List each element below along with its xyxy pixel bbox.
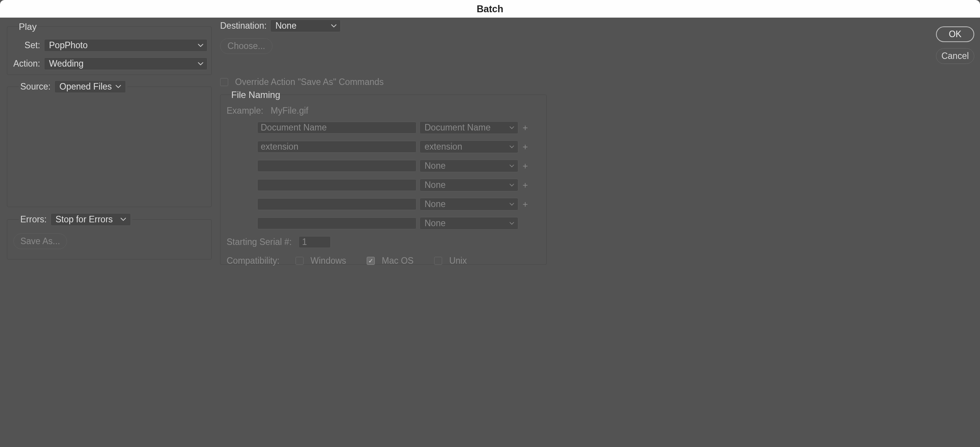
naming-select-3: None [420, 160, 518, 172]
example-value: MyFile.gif [271, 106, 308, 116]
naming-select-1: Document Name [420, 121, 518, 134]
compat-label: Compatibility: [227, 256, 279, 266]
choose-button: Choose... [220, 38, 273, 54]
play-fieldset: Play Set: PopPhoto Action: Wedding [7, 26, 212, 75]
compat-mac-checkbox [367, 257, 375, 265]
example-label: Example: [227, 106, 263, 116]
naming-text-6 [257, 217, 416, 229]
action-value: Wedding [49, 59, 83, 69]
serial-label: Starting Serial #: [227, 237, 292, 247]
chevron-down-icon [510, 222, 514, 225]
plus-icon: + [521, 122, 530, 133]
errors-fieldset: Errors: Stop for Errors Save As... [7, 219, 212, 259]
compat-windows-label: Windows [310, 256, 346, 266]
chevron-down-icon [198, 44, 203, 47]
override-label: Override Action "Save As" Commands [235, 77, 384, 87]
chevron-down-icon [510, 145, 514, 148]
source-fieldset: Source: Opened Files [7, 86, 212, 207]
chevron-down-icon [510, 203, 514, 206]
naming-text-4 [257, 179, 416, 191]
errors-label: Errors: [20, 214, 47, 225]
save-as-button: Save As... [13, 233, 67, 249]
titlebar: Batch [0, 0, 980, 18]
destination-value: None [275, 21, 296, 31]
plus-icon: + [521, 142, 530, 152]
naming-select-2: extension [420, 140, 518, 153]
action-label: Action: [12, 59, 40, 69]
chevron-down-icon [510, 126, 514, 129]
chevron-down-icon [198, 62, 203, 65]
compat-unix-checkbox [434, 257, 442, 265]
chevron-down-icon [116, 85, 121, 88]
choose-label: Choose... [227, 41, 265, 51]
set-select[interactable]: PopPhoto [44, 39, 207, 52]
naming-select-4: None [420, 179, 518, 191]
play-legend: Play [19, 21, 37, 32]
chevron-down-icon [510, 165, 514, 168]
source-select[interactable]: Opened Files [54, 80, 126, 93]
source-value: Opened Files [59, 82, 112, 92]
chevron-down-icon [331, 24, 336, 28]
errors-select[interactable]: Stop for Errors [51, 213, 131, 226]
ok-label: OK [949, 29, 961, 39]
chevron-down-icon [510, 184, 514, 187]
errors-value: Stop for Errors [56, 214, 113, 225]
naming-text-1: Document Name [257, 122, 416, 134]
file-naming-fieldset: File Naming Example: MyFile.gif Document… [220, 95, 547, 265]
cancel-label: Cancel [941, 51, 969, 61]
file-naming-legend: File Naming [231, 90, 280, 100]
compat-mac-label: Mac OS [382, 256, 413, 266]
cancel-button[interactable]: Cancel [936, 48, 974, 64]
naming-text-5 [257, 198, 416, 210]
ok-button[interactable]: OK [936, 26, 974, 42]
set-label: Set: [12, 40, 40, 51]
naming-select-6: None [420, 217, 518, 230]
plus-icon: + [521, 180, 530, 191]
destination-select[interactable]: None [270, 20, 341, 32]
chevron-down-icon [121, 218, 126, 221]
naming-text-3 [257, 160, 416, 172]
source-label: Source: [20, 82, 51, 92]
compat-windows-checkbox [296, 257, 304, 265]
compat-unix-label: Unix [449, 256, 467, 266]
serial-input: 1 [299, 236, 331, 248]
save-as-label: Save As... [20, 236, 60, 246]
destination-label: Destination: [220, 21, 266, 31]
plus-icon: + [521, 161, 530, 171]
set-value: PopPhoto [49, 40, 88, 51]
dialog-title: Batch [477, 3, 503, 15]
override-checkbox [220, 78, 228, 86]
naming-text-2: extension [257, 141, 416, 153]
action-select[interactable]: Wedding [44, 57, 207, 70]
plus-icon: + [521, 199, 530, 210]
naming-select-5: None [420, 198, 518, 210]
